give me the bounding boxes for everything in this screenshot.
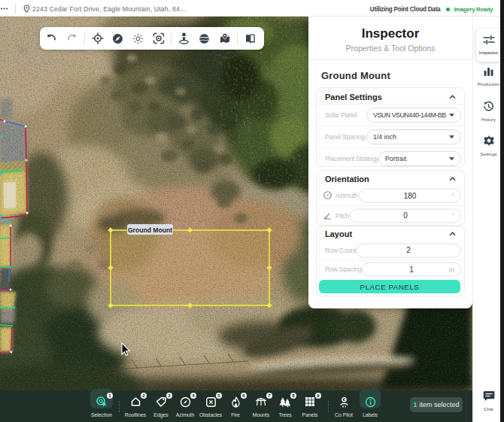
svg-text:Ground Mount: Ground Mount xyxy=(128,226,172,234)
